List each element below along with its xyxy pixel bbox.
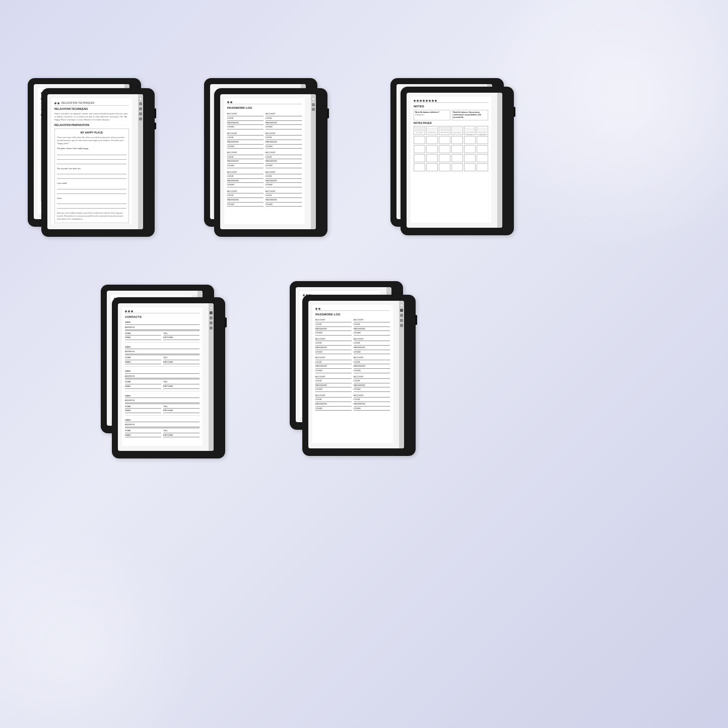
pw-label-r3: PASSWORD [266, 160, 302, 163]
pw3-other-r3: OTHER [354, 369, 390, 372]
c1-addr-label: ADDRESS [125, 326, 200, 329]
c5-tell-label: TELL [163, 429, 200, 432]
pw3-pw-r2: PASSWORD [354, 346, 390, 349]
notes-wlb-content: working time... [415, 114, 449, 116]
pw3-other-3: OTHER [315, 369, 352, 372]
nr3-6 [477, 145, 488, 153]
sidebar-pw3 [399, 301, 404, 448]
notes-title: NOTES [414, 104, 488, 108]
c4-row1-lines [125, 408, 200, 409]
other-pw-1: OTHER [227, 125, 263, 128]
other-pw-4: OTHER [227, 183, 263, 186]
nr2-3 [439, 136, 450, 144]
c2-email-label: EMAIL [125, 361, 161, 364]
c2-tell-label: TELL [163, 356, 200, 359]
relaxation-prep-title: RELAXATION PREPARATION [54, 123, 129, 127]
type-dot-grid: DOT GRID [414, 126, 425, 135]
pw-entry-5: ACCOUNT LOGIN PASSWORD OTHER ACCOUNT LOG… [227, 190, 302, 207]
nr5-2 [426, 163, 438, 171]
nr2-1 [414, 136, 425, 144]
happy-place-q4: I feel: [57, 197, 126, 200]
pw3-title: PASSWORD LOG [315, 312, 390, 316]
account-label-2: ACCOUNT [227, 132, 263, 135]
type-ruled-2col: RULED LINES 2 COLUMN [464, 126, 476, 135]
pw3-acc-r2: ACCOUNT [354, 338, 390, 341]
c1-name-label: NAME [125, 321, 200, 324]
c4-bday-label: BIRTHDAY [163, 409, 200, 412]
account-label-r2: ACCOUNT [266, 132, 302, 135]
contact-entry-4: NAME ADDRESS HOME TELL EMAIL BIRTHDAY [125, 394, 200, 416]
login-label-r2: LOGIN [266, 136, 302, 139]
pw3-login-r3: LOGIN [354, 361, 390, 364]
pw3-login-5: LOGIN [315, 398, 352, 401]
login-label-r4: LOGIN [266, 175, 302, 178]
c5-row2: EMAIL BIRTHDAY [125, 434, 200, 437]
c1-row1-lines [125, 335, 200, 336]
c2-row1: HOME TELL [125, 356, 200, 359]
pw3-pw-4: PASSWORD [315, 384, 352, 387]
toolbar-notes [414, 100, 488, 103]
other-pw-r2: OTHER [266, 145, 302, 148]
pw3-pw-2: PASSWORD [315, 346, 352, 349]
pw-label-2: PASSWORD [227, 141, 263, 144]
happy-place-box: MY HAPPY PLACE There are times in life w… [54, 128, 129, 223]
nr4-6 [477, 154, 488, 162]
c4-row1: HOME TELL [125, 405, 200, 408]
contacts-small-title: CONTACTS [125, 315, 200, 319]
password-log-title: PASSWORD LOG [227, 106, 302, 110]
pw-label-3: PASSWORD [227, 160, 263, 163]
login-label-2: LOGIN [227, 136, 263, 139]
c4-tell-label: TELL [163, 405, 200, 408]
pw3-acc-r5: ACCOUNT [354, 394, 390, 397]
nr5-4 [451, 163, 463, 171]
c1-bday-label: BIRTHDAY [163, 336, 200, 339]
pw3-other-4: OTHER [315, 388, 352, 391]
device-top-center-front: PASSWORD LOG ACCOUNT LOGIN PASSWORD OTHE… [214, 88, 327, 237]
device-btn-2 [154, 122, 156, 129]
nr3-3 [439, 145, 450, 153]
notes-split-header: Work-life balance definition? working ti… [414, 110, 488, 120]
contact-entry-3: NAME ADDRESS HOME TELL EMAIL BIRTHDAY [125, 370, 200, 391]
nr4-4 [451, 154, 463, 162]
device-btn-nf1 [513, 107, 515, 117]
pw-label-r5: PASSWORD [266, 198, 302, 202]
nr3-1 [414, 145, 425, 153]
c3-addr-label: ADDRESS [125, 375, 200, 378]
notes-grid-row3 [414, 145, 488, 153]
account-label-r4: ACCOUNT [266, 171, 302, 174]
sidebar-notes [497, 93, 502, 228]
c1-email-label: EMAIL [125, 336, 161, 339]
pw3-pw-r5: PASSWORD [354, 403, 390, 406]
pw3-acc-5: ACCOUNT [315, 394, 352, 397]
notes-header-2: Work-life balance: Harmonizing professio… [452, 110, 489, 120]
other-pw-5: OTHER [227, 203, 263, 206]
pw3-pw-r3: PASSWORD [354, 365, 390, 368]
other-pw-2: OTHER [227, 145, 263, 148]
pw3-other-r2: OTHER [354, 351, 390, 354]
device-btn-1 [154, 108, 156, 118]
sidebar-relaxation [138, 94, 143, 229]
pw-entry-2: ACCOUNT LOGIN PASSWORD OTHER ACCOUNT LOG… [227, 132, 302, 149]
pw3-login-r5: LOGIN [354, 398, 390, 401]
account-label-5: ACCOUNT [227, 190, 263, 193]
pw3-other-r1: OTHER [354, 332, 390, 335]
nr5-6 [477, 163, 488, 171]
c2-row1-lines [125, 360, 200, 360]
pw3-other-1: OTHER [315, 332, 352, 335]
c2-addr-label: ADDRESS [125, 350, 200, 353]
login-label-1: LOGIN [227, 117, 263, 120]
pw3-acc-4: ACCOUNT [315, 375, 352, 378]
nr4-3 [439, 154, 450, 162]
c5-bday-label: BIRTHDAY [163, 434, 200, 437]
notes-grid-row2 [414, 136, 488, 144]
notes-header-1: Work-life balance definition? working ti… [414, 110, 450, 120]
pw3-other-r4: OTHER [354, 388, 390, 391]
pw3-acc-1: ACCOUNT [315, 318, 352, 321]
login-label-4: LOGIN [227, 175, 263, 178]
pw-label-1: PASSWORD [227, 121, 263, 124]
nr2-2 [426, 136, 438, 144]
pw-label-5: PASSWORD [227, 198, 263, 202]
type-ruled-bottom: RULED LINES BOTTOM [477, 126, 488, 135]
contact-entry-5: NAME ADDRESS HOME TELL EMAIL BIRTHDAY [125, 419, 200, 437]
c1-tell-label: TELL [163, 332, 200, 335]
